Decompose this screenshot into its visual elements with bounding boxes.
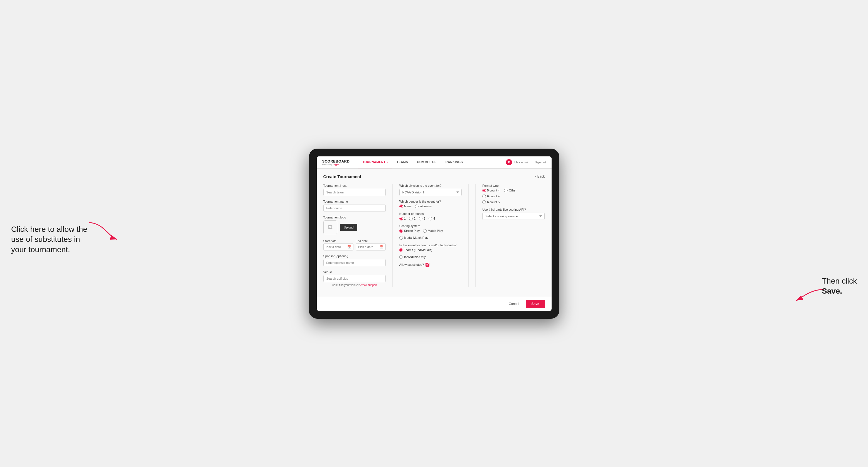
event-teams-option[interactable]: Teams (+Individuals) [399, 248, 432, 252]
gender-womens-radio[interactable] [415, 205, 418, 208]
nav-link-teams[interactable]: TEAMS [392, 156, 412, 169]
event-teams-radio[interactable] [399, 248, 403, 252]
scoring-stroke-radio[interactable] [399, 229, 403, 233]
calendar-icon: 📅 [347, 245, 351, 249]
venue-label: Venue [323, 270, 386, 274]
end-date-wrap: 📅 [356, 243, 386, 250]
form-column-2: Which division is the event for? NCAA Di… [399, 184, 469, 287]
page-wrapper: Click here to allow the use of substitut… [11, 149, 857, 319]
format-6c4-radio[interactable] [482, 194, 486, 198]
rounds-group: Number of rounds 1 2 [399, 212, 462, 220]
nav-link-rankings[interactable]: RANKINGS [441, 156, 468, 169]
tablet-device: SCOREBOARD Powered by clippd TOURNAMENTS… [309, 149, 559, 319]
gender-mens-option[interactable]: Mens [399, 205, 412, 208]
substitutes-checkbox[interactable] [426, 263, 429, 267]
tournament-host-input[interactable] [323, 189, 386, 196]
rounds-3-radio[interactable] [419, 217, 423, 220]
gender-mens-radio[interactable] [399, 205, 403, 208]
scoring-api-group: Use third-party live scoring API? Select… [482, 208, 545, 220]
gender-radio-group: Mens Womens [399, 205, 462, 208]
nav-right: B blair admin | Sign out [506, 159, 546, 165]
nav-links: TOURNAMENTS TEAMS COMMITTEE RANKINGS [358, 156, 506, 169]
nav-link-committee[interactable]: COMMITTEE [412, 156, 441, 169]
scoring-label: Scoring system [399, 224, 462, 228]
format-5c4-option[interactable]: 5 count 4 [482, 189, 500, 192]
tournament-name-input[interactable] [323, 205, 386, 212]
gender-label: Which gender is the event for? [399, 200, 462, 203]
scoring-match-option[interactable]: Match Play [423, 229, 443, 233]
format-row-3: 6 count 5 [482, 200, 545, 204]
rounds-3-option[interactable]: 3 [419, 217, 425, 220]
image-icon: 🖼 [328, 224, 333, 230]
gender-womens-option[interactable]: Womens [415, 205, 432, 208]
division-select[interactable]: NCAA Division I [399, 189, 462, 196]
logo-placeholder: 🖼 [323, 220, 337, 234]
format-5c4-radio[interactable] [482, 189, 486, 192]
venue-group: Venue Can't find your venue? email suppo… [323, 270, 386, 287]
date-group: Start date 📅 End date [323, 238, 386, 250]
rounds-2-option[interactable]: 2 [409, 217, 415, 220]
scoring-radio-group: Stroke Play Match Play Medal Match Play [399, 229, 462, 240]
scoring-service-select[interactable]: Select a scoring service [482, 213, 545, 220]
rounds-4-option[interactable]: 4 [429, 217, 435, 220]
rounds-1-option[interactable]: 1 [399, 217, 406, 220]
logo-upload-area: 🖼 Upload [323, 220, 386, 234]
venue-email-link[interactable]: email support [361, 284, 377, 287]
sponsor-group: Sponsor (optional) [323, 254, 386, 266]
save-button[interactable]: Save [526, 300, 545, 308]
event-type-label: Is this event for Teams and/or Individua… [399, 244, 462, 247]
scoring-group: Scoring system Stroke Play Match Play [399, 224, 462, 240]
rounds-label: Number of rounds [399, 212, 462, 215]
content-area: Create Tournament ‹ Back Tournament Host… [317, 169, 552, 297]
venue-help: Can't find your venue? email support [323, 284, 386, 287]
event-individuals-option[interactable]: Individuals Only [399, 255, 426, 259]
event-type-radio-group: Teams (+Individuals) Individuals Only [399, 248, 462, 259]
format-other-option[interactable]: Other [504, 189, 517, 192]
back-link[interactable]: ‹ Back [535, 175, 545, 178]
format-type-group: Format type 5 count 4 Other [482, 184, 545, 204]
form-grid: Tournament Host Tournament name Tourname… [323, 184, 545, 287]
form-column-1: Tournament Host Tournament name Tourname… [323, 184, 393, 287]
scoring-stroke-option[interactable]: Stroke Play [399, 229, 420, 233]
tournament-logo-label: Tournament logo [323, 216, 386, 219]
sponsor-label: Sponsor (optional) [323, 254, 386, 258]
end-date-label: End date [356, 239, 368, 243]
scoring-medal-radio[interactable] [399, 236, 403, 240]
event-individuals-radio[interactable] [399, 255, 403, 259]
division-label: Which division is the event for? [399, 184, 462, 187]
start-date-label: Start date [323, 239, 337, 243]
rounds-2-radio[interactable] [409, 217, 413, 220]
format-6c4-option[interactable]: 6 count 4 [482, 194, 500, 198]
logo-powered: Powered by clippd [322, 163, 350, 165]
venue-input[interactable] [323, 275, 386, 282]
sponsor-input[interactable] [323, 259, 386, 266]
page-title: Create Tournament [323, 174, 361, 179]
avatar: B [506, 159, 512, 165]
end-date-group: End date 📅 [356, 238, 386, 250]
sign-out-link[interactable]: Sign out [535, 161, 546, 164]
scoring-api-label: Use third-party live scoring API? [482, 208, 545, 211]
nav-link-tournaments[interactable]: TOURNAMENTS [358, 156, 392, 169]
form-column-3: Format type 5 count 4 Other [475, 184, 545, 287]
calendar-icon-end: 📅 [380, 245, 383, 249]
nav-bar: SCOREBOARD Powered by clippd TOURNAMENTS… [317, 156, 552, 169]
left-arrow-svg [86, 220, 120, 242]
format-6c5-radio[interactable] [482, 200, 486, 204]
format-options: 5 count 4 Other [482, 189, 545, 204]
user-name: blair admin [514, 161, 529, 164]
tournament-host-label: Tournament Host [323, 184, 386, 187]
scoring-medal-option[interactable]: Medal Match Play [399, 236, 428, 240]
format-other-radio[interactable] [504, 189, 507, 192]
start-date-wrap: 📅 [323, 243, 353, 250]
logo-area: SCOREBOARD Powered by clippd [322, 159, 350, 165]
right-annotation: Then click Save. [822, 276, 857, 297]
scoring-match-radio[interactable] [423, 229, 427, 233]
upload-button[interactable]: Upload [340, 224, 358, 231]
rounds-1-radio[interactable] [399, 217, 403, 220]
substitutes-label: Allow substitutes? [399, 263, 424, 266]
bottom-bar: Cancel Save [317, 297, 552, 311]
rounds-4-radio[interactable] [429, 217, 432, 220]
cancel-button[interactable]: Cancel [505, 300, 523, 308]
start-date-group: Start date 📅 [323, 238, 353, 250]
format-6c5-option[interactable]: 6 count 5 [482, 200, 500, 204]
